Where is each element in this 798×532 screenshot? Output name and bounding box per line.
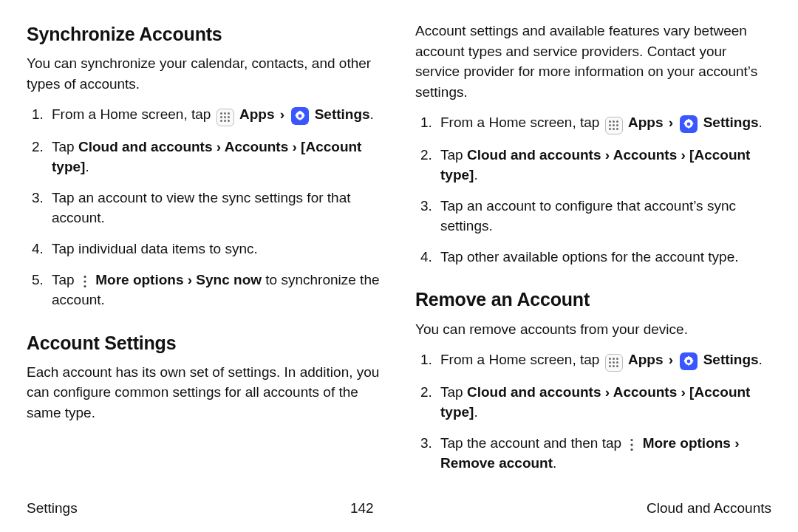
svg-point-1 — [224, 112, 226, 115]
text: From a Home screen, tap — [440, 352, 604, 367]
heading-synchronize-accounts: Synchronize Accounts — [27, 21, 383, 47]
svg-point-33 — [631, 439, 633, 441]
right-column: Account settings and available features … — [415, 21, 771, 489]
svg-point-9 — [299, 115, 302, 118]
account-settings-steps: From a Home screen, tap Apps Settings. T… — [415, 112, 771, 267]
svg-point-2 — [228, 112, 230, 115]
svg-point-7 — [224, 120, 226, 122]
svg-point-15 — [616, 120, 618, 123]
remove-step-3: Tap the account and then tap More option… — [436, 433, 771, 474]
svg-point-10 — [83, 275, 86, 277]
text: Tap the account and then tap — [440, 435, 625, 451]
remove-step-1: From a Home screen, tap Apps Settings. — [436, 349, 771, 372]
apps-icon — [605, 354, 623, 372]
svg-point-22 — [687, 123, 691, 126]
remove-step-2: Tap Cloud and accounts › Accounts › [Acc… — [436, 382, 771, 423]
svg-point-32 — [687, 360, 691, 364]
svg-point-35 — [631, 449, 633, 451]
chevron-icon — [667, 115, 675, 130]
svg-point-21 — [616, 128, 618, 130]
text: Tap — [440, 147, 467, 163]
sync-step-1: From a Home screen, tap Apps Settings. — [47, 104, 383, 126]
chevron-icon — [667, 352, 675, 367]
text: Tap — [52, 272, 78, 287]
apps-label: Apps — [628, 352, 664, 367]
svg-point-24 — [613, 358, 615, 360]
page-footer: Settings 142 Cloud and Accounts — [27, 489, 771, 519]
svg-point-5 — [228, 116, 230, 118]
text: . — [474, 404, 477, 420]
footer-right: Cloud and Accounts — [647, 498, 771, 519]
sync-step-2: Tap Cloud and accounts › Accounts › [Acc… — [47, 137, 383, 177]
svg-point-8 — [228, 120, 230, 122]
svg-point-19 — [609, 128, 611, 130]
svg-point-18 — [616, 124, 618, 126]
svg-point-4 — [224, 116, 226, 118]
svg-point-26 — [609, 361, 611, 364]
sync-step-4: Tap individual data items to sync. — [47, 239, 383, 259]
heading-remove-account: Remove an Account — [415, 286, 771, 313]
text: . — [85, 159, 89, 174]
svg-point-34 — [631, 443, 633, 446]
svg-point-3 — [220, 116, 222, 118]
svg-point-16 — [609, 124, 611, 126]
svg-point-12 — [83, 284, 86, 287]
svg-point-17 — [613, 124, 615, 126]
remove-intro: You can remove accounts from your device… — [415, 319, 771, 340]
svg-point-11 — [83, 280, 86, 282]
sync-intro: You can synchronize your calendar, conta… — [27, 53, 383, 94]
account-settings-intro: Each account has its own set of settings… — [27, 362, 383, 423]
acct-step-4: Tap other available options for the acco… — [436, 247, 771, 267]
settings-label: Settings — [703, 352, 759, 367]
text: From a Home screen, tap — [52, 106, 215, 122]
text: Tap — [440, 384, 467, 400]
settings-icon — [680, 352, 698, 370]
svg-point-23 — [609, 358, 611, 360]
settings-icon — [291, 107, 309, 125]
sync-step-3: Tap an account to view the sync settings… — [47, 188, 383, 228]
left-column: Synchronize Accounts You can synchronize… — [27, 21, 383, 489]
svg-point-6 — [220, 120, 222, 122]
svg-point-28 — [616, 361, 618, 364]
two-column-layout: Synchronize Accounts You can synchronize… — [27, 21, 771, 489]
more-options-icon — [80, 273, 90, 290]
apps-icon — [605, 117, 623, 134]
sync-step-5: Tap More options › Sync now to synchroni… — [47, 270, 383, 310]
svg-point-29 — [609, 365, 611, 367]
svg-point-14 — [613, 120, 615, 123]
settings-label: Settings — [703, 115, 759, 130]
acct-step-2: Tap Cloud and accounts › Accounts › [Acc… — [436, 145, 771, 185]
svg-point-31 — [616, 365, 618, 367]
acct-step-3: Tap an account to configure that account… — [436, 196, 771, 236]
footer-page-number: 142 — [350, 498, 374, 519]
bold-path: Cloud and accounts › Accounts › [Account… — [440, 147, 750, 183]
svg-point-13 — [609, 120, 611, 123]
apps-label: Apps — [628, 115, 664, 130]
svg-point-25 — [616, 358, 618, 360]
svg-point-20 — [613, 128, 615, 130]
text: . — [759, 352, 763, 367]
sync-steps: From a Home screen, tap Apps Settings. T… — [27, 104, 383, 310]
text: . — [759, 115, 763, 130]
svg-point-0 — [220, 112, 222, 115]
svg-point-27 — [613, 361, 615, 364]
more-options-icon — [627, 437, 637, 453]
apps-icon — [216, 109, 234, 126]
footer-left: Settings — [27, 498, 78, 519]
bold-path: Cloud and accounts › Accounts › [Account… — [52, 139, 361, 175]
settings-icon — [680, 115, 698, 133]
svg-point-30 — [613, 365, 615, 367]
text: From a Home screen, tap — [440, 115, 604, 130]
bold-path: More options › Sync now — [95, 272, 262, 287]
text: Tap — [52, 139, 78, 154]
account-settings-continued: Account settings and available features … — [415, 21, 771, 102]
text: . — [553, 455, 556, 471]
heading-account-settings: Account Settings — [27, 330, 383, 356]
text: . — [370, 106, 374, 122]
bold-path: Cloud and accounts › Accounts › [Account… — [440, 384, 750, 420]
text: . — [474, 167, 477, 183]
settings-label: Settings — [315, 106, 370, 122]
chevron-icon — [279, 106, 286, 122]
apps-label: Apps — [239, 106, 275, 122]
acct-step-1: From a Home screen, tap Apps Settings. — [436, 112, 771, 134]
